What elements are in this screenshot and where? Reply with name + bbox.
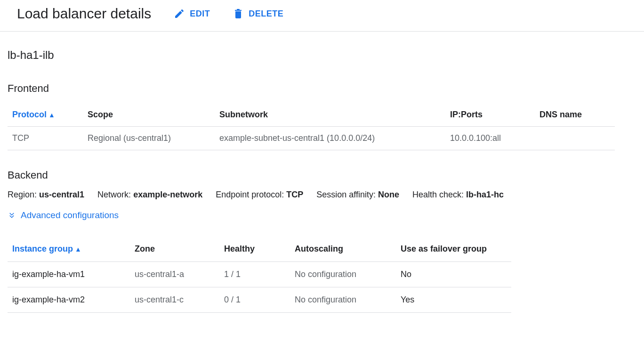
endpoint-meta: Endpoint protocol: TCP [216,190,303,200]
frontend-protocol-cell: TCP [8,127,83,150]
frontend-ipports-cell: 10.0.0.100:all [445,127,535,150]
trash-icon [233,8,244,19]
frontend-section-title: Frontend [8,82,636,95]
dns-column-header[interactable]: DNS name [535,103,615,127]
zone-column-header[interactable]: Zone [130,237,219,262]
edit-label: EDIT [190,9,210,19]
network-meta: Network: example-network [97,190,202,200]
healthy-cell: 0 / 1 [219,287,290,313]
advanced-configurations-label: Advanced configurations [21,210,119,220]
delete-button[interactable]: DELETE [233,8,283,19]
autoscaling-cell: No configuration [290,287,396,313]
backend-table: Instance group ▲ Zone Healthy Autoscalin… [8,237,511,313]
healthy-cell: 1 / 1 [219,262,290,287]
ig-cell: ig-example-ha-vm2 [8,287,130,313]
pencil-icon [174,8,185,19]
backend-row: ig-example-ha-vm2 us-central1-c 0 / 1 No… [8,287,511,313]
region-meta: Region: us-central1 [8,190,84,200]
sort-ascending-icon: ▲ [75,245,81,253]
healthy-column-header[interactable]: Healthy [219,237,290,262]
frontend-subnet-cell: example-subnet-us-central1 (10.0.0.0/24) [215,127,445,150]
backend-row: ig-example-ha-vm1 us-central1-a 1 / 1 No… [8,262,511,287]
scope-column-header[interactable]: Scope [83,103,215,127]
failover-cell: No [396,262,511,287]
frontend-scope-cell: Regional (us-central1) [83,127,215,150]
backend-header-row: Instance group ▲ Zone Healthy Autoscalin… [8,237,511,262]
header-bar: Load balancer details EDIT DELETE [0,0,644,32]
load-balancer-name: lb-ha1-ilb [8,49,636,62]
backend-section-title: Backend [8,169,636,181]
failover-column-header[interactable]: Use as failover group [396,237,511,262]
page-title: Load balancer details [17,6,151,22]
backend-meta: Region: us-central1 Network: example-net… [8,190,636,200]
zone-cell: us-central1-a [130,262,219,287]
instance-group-header-label: Instance group [12,244,73,254]
health-meta: Health check: lb-ha1-hc [412,190,504,200]
edit-button[interactable]: EDIT [174,8,210,19]
content-area: lb-ha1-ilb Frontend Protocol ▲ Scope Sub… [0,32,644,320]
zone-cell: us-central1-c [130,287,219,313]
delete-label: DELETE [249,9,283,19]
protocol-header-label: Protocol [12,110,47,120]
frontend-dns-cell [535,127,615,150]
instance-group-column-header[interactable]: Instance group ▲ [12,244,81,254]
advanced-configurations-toggle[interactable]: Advanced configurations [8,210,119,220]
ipports-column-header[interactable]: IP:Ports [445,103,535,127]
ig-cell: ig-example-ha-vm1 [8,262,130,287]
session-meta: Session affinity: None [316,190,399,200]
autoscaling-cell: No configuration [290,262,396,287]
double-chevron-down-icon [8,211,16,220]
protocol-column-header[interactable]: Protocol ▲ [12,110,55,120]
frontend-header-row: Protocol ▲ Scope Subnetwork IP:Ports DNS… [8,103,615,127]
failover-cell: Yes [396,287,511,313]
autoscaling-column-header[interactable]: Autoscaling [290,237,396,262]
frontend-table: Protocol ▲ Scope Subnetwork IP:Ports DNS… [8,103,615,150]
frontend-row: TCP Regional (us-central1) example-subne… [8,127,615,150]
sort-ascending-icon: ▲ [48,111,55,119]
subnetwork-column-header[interactable]: Subnetwork [215,103,445,127]
